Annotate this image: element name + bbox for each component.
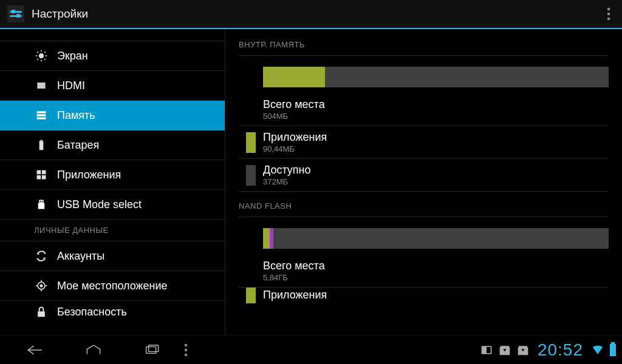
sidebar-item-батарея[interactable]: Батарея xyxy=(0,130,225,160)
storage-row[interactable]: Доступно372МБ xyxy=(239,159,609,192)
row-subtitle: 90,44МБ xyxy=(263,144,327,153)
svg-rect-33 xyxy=(482,346,487,354)
sidebar-item-label: HDMI xyxy=(57,79,85,92)
row-title: Приложения xyxy=(263,131,327,144)
svg-rect-22 xyxy=(42,201,43,202)
row-title: Всего места xyxy=(263,98,325,111)
svg-rect-15 xyxy=(37,170,41,175)
storage-row[interactable]: Всего места504МБ xyxy=(239,93,609,126)
sidebar-item-label: Экран xyxy=(57,50,88,62)
svg-line-5 xyxy=(37,52,38,53)
svg-line-8 xyxy=(44,52,46,53)
row-subtitle: 372МБ xyxy=(263,177,311,186)
hdmi-icon xyxy=(34,78,49,93)
sidebar-item-label: Аккаунты xyxy=(57,250,104,263)
usb-icon xyxy=(34,197,49,212)
sidebar-item-безопасность[interactable]: Безопасность xyxy=(0,301,225,323)
svg-rect-17 xyxy=(37,175,41,180)
storage-detail-pane[interactable]: ВНУТР. ПАМЯТЬ Всего места504МБПриложения… xyxy=(225,29,622,335)
download-icon-2 xyxy=(517,344,529,356)
settings-icon xyxy=(7,5,24,22)
screenshot-icon xyxy=(480,344,493,356)
svg-rect-20 xyxy=(38,203,45,209)
nand-storage-bar xyxy=(263,228,609,249)
overflow-menu-button[interactable] xyxy=(603,3,615,25)
row-title: Всего места xyxy=(263,260,325,272)
svg-rect-16 xyxy=(42,170,46,175)
content-area: ЭкранHDMIПамятьБатареяПриложенияUSB Mode… xyxy=(0,29,622,335)
sidebar-item-экран[interactable]: Экран xyxy=(0,41,225,71)
sidebar-header-personal: ЛИЧНЫЕ ДАННЫЕ xyxy=(0,220,225,241)
svg-rect-30 xyxy=(146,346,156,353)
settings-sidebar[interactable]: ЭкранHDMIПамятьБатареяПриложенияUSB Mode… xyxy=(0,29,225,335)
svg-rect-19 xyxy=(39,200,44,203)
download-icon xyxy=(499,344,511,356)
color-swatch xyxy=(246,132,256,153)
battery-icon xyxy=(34,138,49,152)
storage-icon xyxy=(34,108,49,123)
recents-button[interactable] xyxy=(134,338,170,362)
apps-icon xyxy=(34,167,49,182)
sidebar-item-usb-mode-select[interactable]: USB Mode select xyxy=(0,190,225,220)
sidebar-item-аккаунты[interactable]: Аккаунты xyxy=(0,241,225,271)
storage-row[interactable]: Приложения90,44МБ xyxy=(239,126,609,159)
sync-icon xyxy=(34,249,49,263)
svg-rect-13 xyxy=(39,141,44,150)
page-title: Настройки xyxy=(32,7,88,21)
sidebar-item-label: Батарея xyxy=(57,139,99,152)
svg-rect-10 xyxy=(37,111,46,113)
internal-storage-bar xyxy=(263,67,609,87)
sidebar-item-мое-местоположение[interactable]: Мое местоположение xyxy=(0,271,225,301)
sidebar-item-label: USB Mode select xyxy=(57,198,142,211)
sidebar-item-label: Мое местоположение xyxy=(57,280,168,292)
svg-point-24 xyxy=(40,285,42,286)
back-button[interactable] xyxy=(17,338,53,362)
display-icon xyxy=(34,49,49,63)
system-navbar: 20:52 xyxy=(0,335,622,364)
row-title: Приложения xyxy=(263,289,327,302)
action-bar: Настройки xyxy=(0,0,622,29)
status-clock: 20:52 xyxy=(538,340,583,360)
svg-rect-12 xyxy=(37,117,46,119)
home-button[interactable] xyxy=(75,338,112,362)
sidebar-item-память[interactable]: Память xyxy=(0,101,225,130)
wifi-icon xyxy=(592,344,604,356)
sidebar-item-label: Память xyxy=(57,109,95,122)
color-swatch xyxy=(246,288,256,303)
status-tray[interactable]: 20:52 xyxy=(480,340,616,360)
section-header-nand: NAND FLASH xyxy=(239,194,609,217)
section-header-internal: ВНУТР. ПАМЯТЬ xyxy=(239,33,609,56)
svg-line-6 xyxy=(44,59,46,60)
svg-rect-29 xyxy=(38,311,45,317)
lock-icon xyxy=(34,305,49,319)
svg-point-0 xyxy=(39,53,44,58)
row-subtitle: 504МБ xyxy=(263,112,325,121)
svg-rect-9 xyxy=(37,83,45,89)
battery-icon xyxy=(610,344,616,356)
sidebar-item-приложения[interactable]: Приложения xyxy=(0,160,225,190)
storage-row[interactable]: Всего места5,84ГБ xyxy=(239,255,609,288)
nav-overflow-button[interactable] xyxy=(185,344,187,356)
sidebar-item-sound[interactable] xyxy=(0,29,225,41)
svg-rect-31 xyxy=(149,345,159,352)
svg-rect-18 xyxy=(42,175,46,180)
location-icon xyxy=(34,278,49,293)
row-title: Доступно xyxy=(263,164,311,177)
sidebar-item-label: Безопасность xyxy=(57,306,127,318)
sidebar-item-hdmi[interactable]: HDMI xyxy=(0,71,225,101)
color-swatch xyxy=(246,165,256,186)
row-subtitle: 5,84ГБ xyxy=(263,273,325,282)
svg-rect-21 xyxy=(40,201,41,202)
svg-rect-11 xyxy=(37,114,46,116)
storage-row[interactable]: Приложения xyxy=(239,288,609,303)
sidebar-item-label: Приложения xyxy=(57,169,121,181)
svg-rect-14 xyxy=(40,140,42,141)
svg-line-7 xyxy=(37,59,38,60)
